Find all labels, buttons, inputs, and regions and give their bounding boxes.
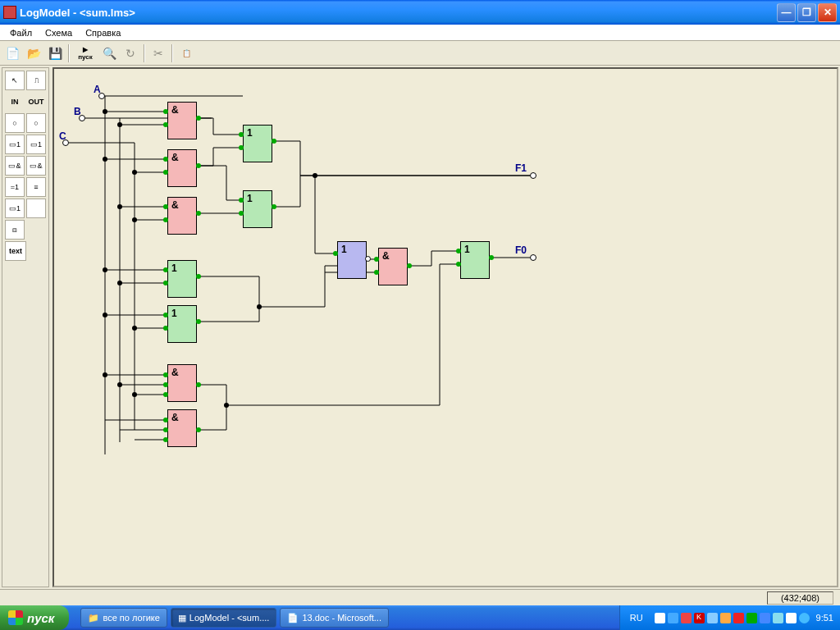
titlebar: LogModel - <sum.lms> — ❐ ✕	[0, 0, 840, 25]
pin-dot	[163, 326, 168, 331]
junction	[132, 170, 137, 175]
pin-dot	[163, 382, 168, 387]
clock[interactable]: 9:51	[816, 613, 833, 623]
pin-dot	[163, 281, 168, 285]
label-f0: F0	[515, 244, 527, 256]
tool-gate-1c[interactable]: ▭1	[5, 199, 25, 218]
output-f1-pin[interactable]	[530, 172, 536, 179]
pin-dot	[163, 372, 168, 377]
label-text[interactable]: text	[5, 241, 26, 261]
taskbar: пуск 📁все по логике ▦LogModel - <sum....…	[0, 605, 840, 630]
junction	[117, 382, 122, 387]
tool-blank[interactable]	[26, 199, 46, 218]
pin-dot	[196, 116, 201, 121]
tool-gate-and-b[interactable]: ▭&	[26, 156, 46, 176]
label-out: OUT	[26, 92, 46, 112]
gate-not[interactable]: 1	[337, 241, 367, 279]
pin-dot	[163, 313, 168, 317]
menubar: Файл Схема Справка	[0, 25, 840, 41]
tool-gate-dash[interactable]: ≡	[26, 177, 46, 197]
system-tray[interactable]: RU K 9:51	[619, 605, 840, 630]
tool-display[interactable]: ⧈	[5, 220, 25, 240]
new-button[interactable]: 📄	[2, 43, 22, 63]
label-in: IN	[5, 92, 25, 112]
pin-dot	[163, 392, 168, 397]
tool-wire[interactable]: ⎍	[26, 71, 46, 90]
input-b-pin[interactable]	[79, 115, 85, 121]
pin-dot	[272, 139, 276, 144]
gate-or-top[interactable]: 1	[243, 125, 272, 162]
minimize-button[interactable]: —	[777, 3, 796, 22]
pin-dot	[239, 211, 244, 216]
zoom-button[interactable]: 🔍	[99, 43, 119, 63]
run-button[interactable]: ▶пуск	[73, 43, 98, 63]
tool-palette: ↖ ⎍ IN OUT ○ ○ ▭1 ▭1 ▭& ▭& =1 ≡ ▭1 ⧈ tex…	[2, 67, 49, 587]
pin-dot	[163, 267, 168, 272]
delete-button[interactable]: ✂	[148, 43, 168, 63]
gate-or-bot[interactable]: 1	[243, 190, 272, 228]
tool-gate-and[interactable]: ▭&	[5, 156, 25, 176]
pin-dot	[163, 157, 168, 162]
app-icon	[3, 6, 16, 19]
gate-and-6[interactable]: &	[167, 364, 197, 402]
gate-or-4[interactable]: 1	[167, 260, 197, 298]
pin-dot	[333, 251, 338, 256]
menu-file[interactable]: Файл	[3, 26, 39, 39]
task-item-2[interactable]: ▦LogModel - <sum....	[171, 608, 277, 628]
tool-output[interactable]: ○	[26, 113, 46, 133]
gate-or-final[interactable]: 1	[460, 241, 490, 279]
refresh-button[interactable]: ↻	[121, 43, 140, 63]
pin-dot	[196, 274, 201, 279]
junction	[224, 403, 229, 408]
pin-dot	[456, 262, 461, 267]
task-item-3[interactable]: 📄13.doc - Microsoft...	[280, 608, 389, 628]
input-c-pin[interactable]	[62, 139, 69, 146]
pin-dot	[163, 109, 168, 114]
save-button[interactable]: 💾	[45, 43, 65, 63]
gate-and-1[interactable]: &	[167, 102, 197, 139]
list-button[interactable]: 📋	[176, 43, 196, 63]
tool-gate1b[interactable]: ▭1	[26, 135, 46, 154]
junction	[117, 281, 122, 285]
junction	[132, 217, 137, 222]
junction	[117, 122, 122, 127]
junction	[103, 157, 107, 162]
start-button[interactable]: пуск	[0, 605, 69, 630]
tool-input[interactable]: ○	[5, 113, 25, 133]
pin-dot	[163, 217, 168, 222]
input-a-pin[interactable]	[98, 93, 105, 99]
pin-dot	[456, 249, 461, 253]
tool-gate1[interactable]: ▭1	[5, 135, 25, 154]
output-f0-pin[interactable]	[530, 254, 536, 261]
junction	[132, 326, 137, 331]
pin-dot	[239, 145, 244, 150]
tray-icons[interactable]: K	[655, 613, 810, 623]
gate-and-7[interactable]: &	[167, 409, 197, 447]
gate-or-5[interactable]: 1	[167, 305, 197, 343]
close-button[interactable]: ✕	[818, 3, 837, 22]
pin-dot	[163, 122, 168, 127]
menu-schema[interactable]: Схема	[39, 26, 79, 39]
maximize-button[interactable]: ❐	[797, 3, 816, 22]
pin-dot	[196, 163, 201, 168]
menu-help[interactable]: Справка	[79, 26, 127, 39]
tool-gate-eq[interactable]: =1	[5, 177, 25, 197]
gate-and-mid[interactable]: &	[378, 248, 408, 285]
junction	[103, 267, 107, 272]
pin-dot	[196, 211, 201, 216]
junction	[117, 204, 122, 209]
gate-and-2[interactable]: &	[167, 149, 197, 187]
language-indicator[interactable]: RU	[627, 613, 646, 623]
statusbar: (432;408)	[0, 589, 840, 605]
canvas[interactable]: A B C F1 F0 & & & 1 1 & & 1 1 1 &	[52, 67, 838, 587]
gate-and-3[interactable]: &	[167, 197, 197, 235]
pin-dot	[163, 427, 168, 432]
open-button[interactable]: 📂	[24, 43, 43, 63]
task-item-1[interactable]: 📁все по логике	[80, 608, 167, 628]
tool-pointer[interactable]: ↖	[5, 71, 25, 90]
not-bubble	[365, 256, 371, 262]
pin-dot	[272, 204, 276, 209]
pin-dot	[407, 263, 412, 268]
junction	[257, 304, 262, 309]
pin-dot	[239, 198, 244, 203]
